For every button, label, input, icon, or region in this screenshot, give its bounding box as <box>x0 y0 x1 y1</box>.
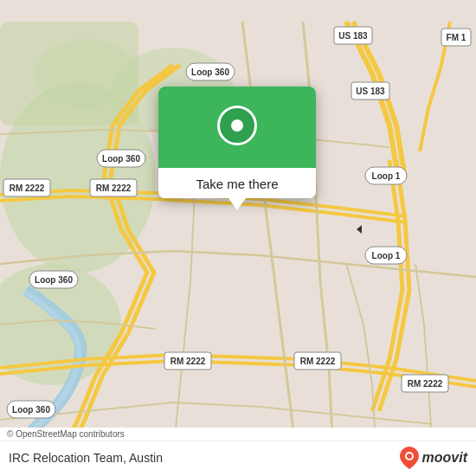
svg-text:Loop 360: Loop 360 <box>12 405 50 415</box>
moovit-pin-icon <box>400 447 419 469</box>
pin-circle <box>217 106 257 145</box>
svg-text:Loop 360: Loop 360 <box>102 154 140 164</box>
popup-green-area <box>158 87 316 168</box>
popup-card[interactable]: Take me there <box>158 87 316 198</box>
bottom-bar: © OpenStreetMap contributors IRC Relocat… <box>0 428 476 476</box>
location-title: IRC Relocation Team, Austin <box>9 451 163 465</box>
moovit-logo: moovit <box>400 447 467 469</box>
svg-text:RM 2222: RM 2222 <box>300 357 336 366</box>
footer-row: IRC Relocation Team, Austin moovit <box>0 441 476 476</box>
svg-text:FM 1: FM 1 <box>447 33 466 42</box>
svg-rect-5 <box>0 22 138 125</box>
svg-text:RM 2222: RM 2222 <box>170 357 206 366</box>
map-container: US 183 US 183 FM 1 Loop 360 Loop 360 Loo… <box>0 0 476 476</box>
pin-inner-dot <box>231 119 243 132</box>
take-me-there-button[interactable]: Take me there <box>158 168 316 198</box>
attribution: © OpenStreetMap contributors <box>0 428 476 441</box>
map-background: US 183 US 183 FM 1 Loop 360 Loop 360 Loo… <box>0 0 476 476</box>
svg-text:RM 2222: RM 2222 <box>408 379 443 389</box>
moovit-text: moovit <box>422 450 467 466</box>
svg-point-36 <box>407 453 412 459</box>
svg-text:US 183: US 183 <box>338 31 368 41</box>
svg-text:Loop 360: Loop 360 <box>35 275 73 285</box>
location-pin-icon <box>217 106 257 152</box>
svg-text:Loop 1: Loop 1 <box>372 171 401 181</box>
svg-text:RM 2222: RM 2222 <box>96 183 132 193</box>
svg-text:Loop 360: Loop 360 <box>191 68 229 77</box>
svg-text:RM 2222: RM 2222 <box>10 183 45 193</box>
svg-text:Loop 1: Loop 1 <box>372 251 401 261</box>
svg-text:US 183: US 183 <box>356 87 385 96</box>
